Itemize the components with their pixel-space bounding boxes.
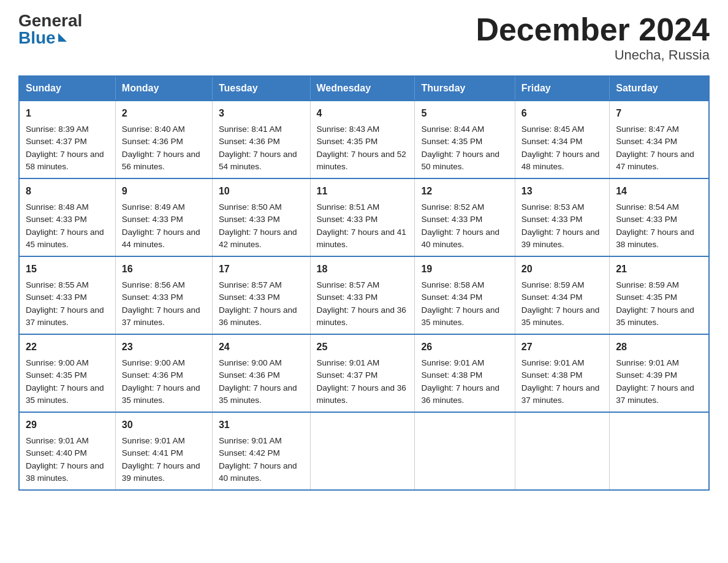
day-number: 5 bbox=[421, 106, 508, 121]
sunrise-text: Sunrise: 9:00 AM bbox=[122, 358, 185, 367]
sunset-text: Sunset: 4:36 PM bbox=[219, 137, 280, 146]
sunset-text: Sunset: 4:35 PM bbox=[421, 137, 482, 146]
cell-week3-day6: 20Sunrise: 8:59 AMSunset: 4:34 PMDayligh… bbox=[515, 256, 609, 334]
day-number: 19 bbox=[421, 262, 508, 277]
sunrise-text: Sunrise: 8:44 AM bbox=[421, 124, 484, 134]
cell-week3-day7: 21Sunrise: 8:59 AMSunset: 4:35 PMDayligh… bbox=[610, 256, 709, 334]
logo-blue-text: Blue bbox=[18, 29, 67, 47]
sunset-text: Sunset: 4:34 PM bbox=[616, 137, 677, 146]
cell-week5-day5 bbox=[415, 412, 515, 490]
sunset-text: Sunset: 4:33 PM bbox=[219, 215, 280, 224]
sunrise-text: Sunrise: 8:57 AM bbox=[317, 280, 380, 289]
cell-week1-day1: 1Sunrise: 8:39 AMSunset: 4:37 PMDaylight… bbox=[19, 101, 115, 178]
header-thursday: Thursday bbox=[415, 76, 515, 101]
sunrise-text: Sunrise: 8:53 AM bbox=[521, 202, 585, 212]
cell-week5-day3: 31Sunrise: 9:01 AMSunset: 4:42 PMDayligh… bbox=[212, 412, 310, 490]
sunrise-text: Sunrise: 9:01 AM bbox=[421, 358, 484, 367]
cell-week3-day3: 17Sunrise: 8:57 AMSunset: 4:33 PMDayligh… bbox=[212, 256, 310, 334]
cell-week4-day2: 23Sunrise: 9:00 AMSunset: 4:36 PMDayligh… bbox=[115, 334, 212, 412]
daylight-text: Daylight: 7 hours and 50 minutes. bbox=[421, 150, 499, 171]
daylight-text: Daylight: 7 hours and 36 minutes. bbox=[421, 383, 499, 405]
sunset-text: Sunset: 4:33 PM bbox=[122, 293, 183, 302]
sunrise-text: Sunrise: 8:57 AM bbox=[219, 280, 282, 289]
daylight-text: Daylight: 7 hours and 56 minutes. bbox=[122, 150, 200, 171]
daylight-text: Daylight: 7 hours and 54 minutes. bbox=[219, 150, 297, 171]
day-number: 26 bbox=[421, 340, 508, 354]
daylight-text: Daylight: 7 hours and 38 minutes. bbox=[26, 461, 104, 483]
daylight-text: Daylight: 7 hours and 35 minutes. bbox=[616, 305, 694, 327]
daylight-text: Daylight: 7 hours and 47 minutes. bbox=[616, 150, 694, 171]
calendar-subtitle: Unecha, Russia bbox=[476, 47, 710, 63]
cell-week2-day2: 9Sunrise: 8:49 AMSunset: 4:33 PMDaylight… bbox=[115, 178, 212, 256]
sunrise-text: Sunrise: 8:45 AM bbox=[521, 124, 585, 134]
daylight-text: Daylight: 7 hours and 42 minutes. bbox=[219, 228, 297, 249]
header-monday: Monday bbox=[115, 76, 212, 101]
cell-week2-day1: 8Sunrise: 8:48 AMSunset: 4:33 PMDaylight… bbox=[19, 178, 115, 256]
sunrise-text: Sunrise: 9:01 AM bbox=[317, 358, 380, 367]
cell-week2-day6: 13Sunrise: 8:53 AMSunset: 4:33 PMDayligh… bbox=[515, 178, 609, 256]
sunset-text: Sunset: 4:33 PM bbox=[421, 215, 482, 224]
day-number: 25 bbox=[317, 340, 409, 354]
day-number: 6 bbox=[521, 106, 603, 121]
day-number: 12 bbox=[421, 184, 508, 199]
day-number: 24 bbox=[219, 340, 304, 354]
daylight-text: Daylight: 7 hours and 58 minutes. bbox=[26, 150, 104, 171]
daylight-text: Daylight: 7 hours and 35 minutes. bbox=[421, 305, 499, 327]
cell-week3-day4: 18Sunrise: 8:57 AMSunset: 4:33 PMDayligh… bbox=[310, 256, 415, 334]
cell-week5-day1: 29Sunrise: 9:01 AMSunset: 4:40 PMDayligh… bbox=[19, 412, 115, 490]
calendar-header: Sunday Monday Tuesday Wednesday Thursday… bbox=[19, 76, 709, 101]
daylight-text: Daylight: 7 hours and 40 minutes. bbox=[219, 461, 297, 483]
sunset-text: Sunset: 4:37 PM bbox=[26, 137, 87, 146]
sunset-text: Sunset: 4:42 PM bbox=[219, 448, 280, 458]
daylight-text: Daylight: 7 hours and 45 minutes. bbox=[26, 228, 104, 249]
sunset-text: Sunset: 4:35 PM bbox=[616, 293, 677, 302]
sunrise-text: Sunrise: 9:01 AM bbox=[521, 358, 585, 367]
day-number: 13 bbox=[521, 184, 603, 199]
sunset-text: Sunset: 4:33 PM bbox=[122, 215, 183, 224]
daylight-text: Daylight: 7 hours and 35 minutes. bbox=[521, 305, 600, 327]
daylight-text: Daylight: 7 hours and 48 minutes. bbox=[521, 150, 600, 171]
sunset-text: Sunset: 4:41 PM bbox=[122, 448, 183, 458]
cell-week1-day7: 7Sunrise: 8:47 AMSunset: 4:34 PMDaylight… bbox=[610, 101, 709, 178]
cell-week5-day2: 30Sunrise: 9:01 AMSunset: 4:41 PMDayligh… bbox=[115, 412, 212, 490]
sunset-text: Sunset: 4:33 PM bbox=[219, 293, 280, 302]
sunrise-text: Sunrise: 9:01 AM bbox=[122, 436, 185, 445]
cell-week1-day5: 5Sunrise: 8:44 AMSunset: 4:35 PMDaylight… bbox=[415, 101, 515, 178]
logo-general-text: General bbox=[18, 12, 82, 29]
sunrise-text: Sunrise: 8:51 AM bbox=[317, 202, 380, 212]
sunrise-text: Sunrise: 8:47 AM bbox=[616, 124, 679, 134]
daylight-text: Daylight: 7 hours and 41 minutes. bbox=[317, 228, 406, 249]
daylight-text: Daylight: 7 hours and 36 minutes. bbox=[219, 305, 297, 327]
cell-week4-day4: 25Sunrise: 9:01 AMSunset: 4:37 PMDayligh… bbox=[310, 334, 415, 412]
cell-week1-day4: 4Sunrise: 8:43 AMSunset: 4:35 PMDaylight… bbox=[310, 101, 415, 178]
header-tuesday: Tuesday bbox=[212, 76, 310, 101]
sunset-text: Sunset: 4:35 PM bbox=[26, 370, 87, 380]
day-number: 14 bbox=[616, 184, 702, 199]
cell-week3-day2: 16Sunrise: 8:56 AMSunset: 4:33 PMDayligh… bbox=[115, 256, 212, 334]
day-number: 21 bbox=[616, 262, 702, 277]
sunset-text: Sunset: 4:36 PM bbox=[122, 370, 183, 380]
calendar-title: December 2024 bbox=[476, 12, 710, 47]
day-number: 16 bbox=[122, 262, 206, 277]
header-sunday: Sunday bbox=[19, 76, 115, 101]
cell-week4-day3: 24Sunrise: 9:00 AMSunset: 4:36 PMDayligh… bbox=[212, 334, 310, 412]
daylight-text: Daylight: 7 hours and 39 minutes. bbox=[521, 228, 600, 249]
sunrise-text: Sunrise: 9:01 AM bbox=[26, 436, 89, 445]
cell-week2-day3: 10Sunrise: 8:50 AMSunset: 4:33 PMDayligh… bbox=[212, 178, 310, 256]
daylight-text: Daylight: 7 hours and 35 minutes. bbox=[122, 383, 200, 405]
day-number: 29 bbox=[26, 418, 109, 432]
week-row-2: 8Sunrise: 8:48 AMSunset: 4:33 PMDaylight… bbox=[19, 178, 709, 256]
title-block: December 2024 Unecha, Russia bbox=[476, 12, 710, 63]
sunset-text: Sunset: 4:34 PM bbox=[421, 293, 482, 302]
header-wednesday: Wednesday bbox=[310, 76, 415, 101]
sunrise-text: Sunrise: 8:48 AM bbox=[26, 202, 89, 212]
day-number: 23 bbox=[122, 340, 206, 354]
day-number: 20 bbox=[521, 262, 603, 277]
sunrise-text: Sunrise: 8:40 AM bbox=[122, 124, 185, 134]
daylight-text: Daylight: 7 hours and 39 minutes. bbox=[122, 461, 200, 483]
cell-week4-day5: 26Sunrise: 9:01 AMSunset: 4:38 PMDayligh… bbox=[415, 334, 515, 412]
cell-week3-day1: 15Sunrise: 8:55 AMSunset: 4:33 PMDayligh… bbox=[19, 256, 115, 334]
cell-week4-day7: 28Sunrise: 9:01 AMSunset: 4:39 PMDayligh… bbox=[610, 334, 709, 412]
sunrise-text: Sunrise: 8:54 AM bbox=[616, 202, 679, 212]
day-number: 3 bbox=[219, 106, 304, 121]
